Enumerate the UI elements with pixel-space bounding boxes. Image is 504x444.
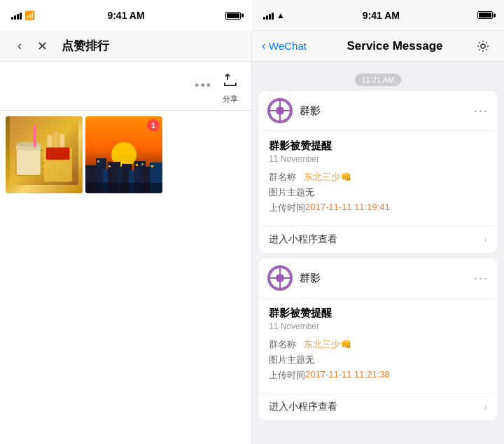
photo-badge: 1 — [147, 119, 160, 132]
right-signal-icon — [263, 11, 274, 20]
card1-header: 群影 ··· — [259, 91, 497, 131]
message-card-1: 群影 ··· 群影被赞提醒 11 November 群名称 东北三少👊 图片主题… — [259, 91, 497, 253]
card2-footer[interactable]: 进入小程序查看 › — [259, 393, 497, 420]
svg-point-29 — [481, 44, 485, 48]
card1-upload-time-row: 上传时间 2017-11-11 11:19:41 — [269, 202, 487, 214]
svg-rect-28 — [85, 183, 162, 193]
photo-right[interactable]: 1 — [85, 116, 162, 193]
svg-rect-27 — [151, 165, 153, 167]
back-button[interactable]: ‹ — [8, 35, 31, 57]
left-panel: 📶 9:41 AM ‹ ✕ 点赞排行 ••• 分享 — [0, 0, 252, 444]
svg-rect-23 — [97, 160, 99, 162]
card2-more-button[interactable]: ··· — [474, 271, 489, 286]
chevron-left-icon: ‹ — [262, 39, 266, 53]
card2-footer-label: 进入小程序查看 — [269, 401, 337, 413]
right-battery-group — [477, 11, 493, 19]
right-panel: ▲ 9:41 AM ‹ WeChat Service Message 11:21… — [252, 0, 504, 444]
svg-rect-24 — [108, 165, 111, 167]
settings-button[interactable] — [472, 35, 494, 57]
card2-header: 群影 ··· — [259, 258, 497, 298]
right-wifi-icon: ▲ — [276, 11, 285, 20]
right-status-bar: ▲ 9:41 AM — [252, 0, 504, 31]
timestamp-pill: 11:21 AM — [252, 73, 504, 85]
left-battery-icon — [225, 12, 241, 20]
card2-photo-theme-value: 无 — [305, 354, 487, 366]
card2-upload-time-label: 上传时间 — [269, 369, 305, 382]
share-button[interactable]: 分享 — [218, 67, 243, 104]
left-toolbar: ••• 分享 — [0, 62, 251, 111]
svg-point-9 — [16, 142, 41, 147]
card1-upload-time-label: 上传时间 — [269, 202, 305, 214]
message-card-2: 群影 ··· 群影被赞提醒 11 November 群名称 东北三少👊 图片主题… — [259, 258, 497, 420]
right-battery-icon — [477, 11, 493, 19]
card2-title: 群影被赞提醒 — [269, 307, 487, 320]
left-content: 1 — [0, 111, 251, 444]
left-status-bar: 📶 9:41 AM — [0, 0, 252, 31]
right-nav-bar: ‹ WeChat Service Message — [252, 31, 504, 62]
share-icon — [218, 67, 243, 92]
card1-group-name-label: 群名称 — [269, 171, 304, 183]
card2-service-name: 群影 — [300, 272, 474, 285]
share-label: 分享 — [223, 94, 238, 104]
card1-footer-label: 进入小程序查看 — [269, 233, 337, 246]
card1-body: 群影被赞提醒 11 November 群名称 东北三少👊 图片主题 无 上传时间… — [259, 131, 497, 226]
card2-photo-theme-row: 图片主题 无 — [269, 354, 487, 366]
card2-avatar — [267, 265, 293, 291]
more-options-button[interactable]: ••• — [195, 78, 212, 93]
photo-left[interactable] — [6, 116, 83, 193]
card1-service-name: 群影 — [300, 104, 474, 118]
card1-date: 11 November — [269, 154, 487, 164]
card1-upload-time-value: 2017-11-11 11:19:41 — [305, 202, 487, 212]
svg-point-31 — [276, 106, 284, 115]
svg-rect-8 — [46, 148, 70, 160]
wifi-icon: 📶 — [24, 11, 35, 20]
back-label: WeChat — [269, 40, 307, 52]
svg-rect-25 — [136, 164, 138, 166]
left-signal-group: 📶 — [11, 11, 35, 20]
card1-group-name-value: 东北三少👊 — [304, 171, 487, 183]
right-content: 11:21 AM 群影 ··· 群影被赞提 — [252, 62, 504, 444]
chevron-right-icon-2: › — [484, 401, 487, 413]
right-page-title: Service Message — [318, 39, 472, 53]
card2-body: 群影被赞提醒 11 November 群名称 东北三少👊 图片主题 无 上传时间… — [259, 298, 497, 393]
card1-footer[interactable]: 进入小程序查看 › — [259, 226, 497, 253]
card2-upload-time-value: 2017-11-11 11:21:38 — [305, 369, 487, 380]
left-status-time: 9:41 AM — [96, 0, 155, 31]
svg-rect-10 — [34, 125, 36, 147]
card2-group-name-row: 群名称 东北三少👊 — [269, 338, 487, 351]
signal-bars-icon — [11, 11, 22, 20]
card2-group-name-label: 群名称 — [269, 338, 304, 351]
card1-photo-theme-label: 图片主题 — [269, 186, 305, 199]
card2-group-name-value: 东北三少👊 — [304, 338, 487, 351]
right-signal-group: ▲ — [263, 11, 285, 20]
card1-title: 群影被赞提醒 — [269, 139, 487, 153]
svg-rect-26 — [141, 163, 144, 165]
card1-group-name-row: 群名称 东北三少👊 — [269, 171, 487, 183]
card1-photo-theme-row: 图片主题 无 — [269, 186, 487, 199]
timestamp-label: 11:21 AM — [355, 74, 401, 86]
card1-avatar — [267, 98, 293, 123]
svg-point-37 — [276, 274, 284, 282]
card2-date: 11 November — [269, 321, 487, 331]
card1-more-button[interactable]: ··· — [474, 104, 489, 118]
right-back-button[interactable]: ‹ WeChat — [262, 39, 318, 53]
chevron-right-icon-1: › — [484, 233, 487, 246]
close-button[interactable]: ✕ — [31, 35, 53, 57]
card1-photo-theme-value: 无 — [305, 186, 487, 199]
left-page-title: 点赞排行 — [53, 31, 243, 62]
card2-photo-theme-label: 图片主题 — [269, 354, 305, 366]
right-status-time: 9:41 AM — [363, 10, 400, 21]
left-nav-bar: ‹ ✕ 点赞排行 — [0, 31, 251, 62]
card2-upload-time-row: 上传时间 2017-11-11 11:21:38 — [269, 369, 487, 382]
